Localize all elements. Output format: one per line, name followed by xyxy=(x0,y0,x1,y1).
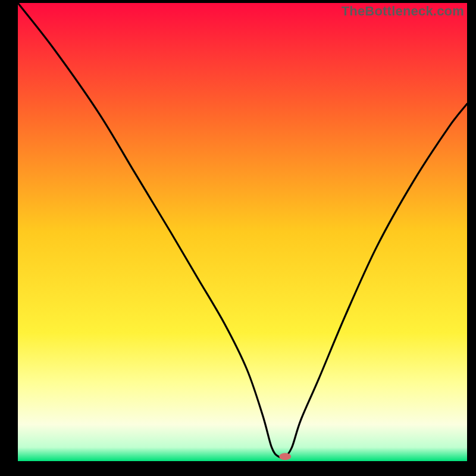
chart-frame: TheBottleneck.com xyxy=(0,0,476,476)
bottleneck-chart xyxy=(18,3,467,461)
optimal-marker-icon xyxy=(279,453,291,460)
plot-area xyxy=(18,3,467,461)
watermark-label: TheBottleneck.com xyxy=(342,4,464,19)
gradient-background xyxy=(18,3,467,461)
